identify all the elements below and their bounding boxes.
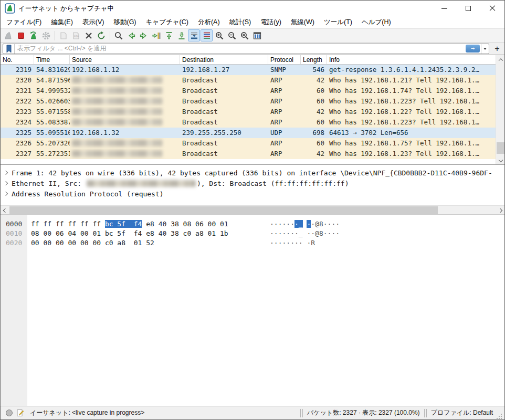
zoom-out-button[interactable] <box>226 29 238 41</box>
go-back-button[interactable] <box>125 29 137 41</box>
menu-file[interactable]: ファイル(F) <box>2 16 46 28</box>
profile-text[interactable]: プロファイル: Default <box>431 408 493 417</box>
packet-list-header: No. Time Source Destination Protocol Len… <box>1 55 496 65</box>
cell-info: Who has 192.168.1.21? Tell 192.168.1.… <box>327 75 496 86</box>
go-first-packet-button[interactable] <box>163 29 175 41</box>
menu-tools[interactable]: ツール(T) <box>319 16 357 28</box>
cell-destination: Broadcast <box>180 86 268 96</box>
statusbar-separator <box>300 409 303 417</box>
go-to-icon <box>151 30 162 41</box>
close-button[interactable] <box>480 1 504 16</box>
maximize-button[interactable] <box>456 1 480 16</box>
save-file-button[interactable]: 010 <box>70 29 82 41</box>
packet-row[interactable]: 232655.207320BroadcastARP60Who has 192.1… <box>1 138 496 149</box>
stop-capture-button[interactable] <box>15 29 27 41</box>
main-toolbar: 010 <box>1 28 504 43</box>
expander-icon[interactable] <box>4 171 8 175</box>
scroll-down-button[interactable] <box>496 155 504 164</box>
filter-placeholder: 表示フィルタ ... <Ctrl-/> を適用 <box>15 44 466 53</box>
column-header-destination[interactable]: Destination <box>180 55 268 64</box>
hex-row[interactable]: 0020 00 00 00 00 00 00 c0 a8 01 52 ·····… <box>1 238 504 248</box>
filter-apply-button[interactable]: → <box>466 45 480 52</box>
filter-add-button[interactable]: + <box>492 44 502 54</box>
column-header-time[interactable]: Time <box>34 55 70 64</box>
capture-options-button[interactable] <box>40 29 52 41</box>
hex-ascii: ········ ·R <box>270 238 315 248</box>
packet-row[interactable]: 232255.026603BroadcastARP60Who has 192.1… <box>1 96 496 107</box>
expander-icon[interactable] <box>4 192 8 196</box>
zoom-original-button[interactable] <box>238 29 250 41</box>
packet-row[interactable]: 232054.871596BroadcastARP42Who has 192.1… <box>1 75 496 86</box>
scrollbar-thumb[interactable] <box>497 142 504 154</box>
minimize-icon <box>441 8 447 9</box>
packet-row[interactable]: 232154.999532BroadcastARP60Who has 192.1… <box>1 86 496 96</box>
expander-icon[interactable] <box>4 181 8 185</box>
cell-time: 55.071558 <box>34 107 70 117</box>
detail-frame-row[interactable]: Frame 1: 42 bytes on wire (336 bits), 42… <box>1 167 504 178</box>
open-file-button[interactable] <box>57 29 69 41</box>
resize-columns-button[interactable] <box>251 29 263 41</box>
reload-file-button[interactable] <box>95 29 107 41</box>
menu-view[interactable]: 表示(V) <box>78 16 109 28</box>
expert-info-icon[interactable] <box>6 410 13 416</box>
capture-comment-icon[interactable] <box>16 408 25 417</box>
menu-wireless[interactable]: 無線(W) <box>286 16 319 28</box>
cell-length: 546 <box>301 65 327 75</box>
auto-scroll-button[interactable] <box>188 29 200 41</box>
cell-time: 54.831629 <box>34 65 70 75</box>
column-header-no[interactable]: No. <box>1 55 34 64</box>
hex-row[interactable]: 0000 ff ff ff ff ff ff bc 5f f4 e8 40 38… <box>1 219 504 229</box>
cell-length: 42 <box>301 107 327 117</box>
scrollbar-thumb[interactable] <box>9 206 438 214</box>
hex-row[interactable]: 0010 08 00 06 04 00 01 bc 5f f4 e8 40 38… <box>1 229 504 238</box>
find-packet-button[interactable] <box>112 29 124 41</box>
display-filter-input[interactable]: 表示フィルタ ... <Ctrl-/> を適用 → <box>3 44 489 54</box>
colorize-button[interactable] <box>201 29 213 41</box>
menu-statistics[interactable]: 統計(S) <box>225 16 256 28</box>
cell-info: Who has 192.168.1.75? Tell 192.168.1.… <box>327 138 496 149</box>
cell-source: 192.168.1.32 <box>70 128 180 138</box>
column-header-protocol[interactable]: Protocol <box>268 55 301 64</box>
cell-destination: 192.168.1.27 <box>180 65 268 75</box>
scroll-left-button[interactable] <box>1 206 9 215</box>
detail-ethernet-row[interactable]: Ethernet II, Src: ), Dst: Broadcast (ff:… <box>1 178 504 188</box>
go-forward-button[interactable] <box>138 29 150 41</box>
packet-row[interactable]: 232455.083387BroadcastARP60Who has 192.1… <box>1 117 496 128</box>
filter-dropdown-button[interactable] <box>481 44 489 54</box>
bookmark-icon <box>5 45 13 53</box>
arrow-left-icon <box>126 30 136 41</box>
close-file-button[interactable] <box>82 29 94 41</box>
filter-bookmark-button[interactable] <box>3 44 15 54</box>
resize-grip[interactable] <box>496 413 502 419</box>
column-header-info[interactable]: Info <box>327 55 496 64</box>
restart-capture-button[interactable] <box>27 29 39 41</box>
packet-row[interactable]: 232355.071558BroadcastARP42Who has 192.1… <box>1 107 496 117</box>
scroll-right-button[interactable] <box>496 206 504 215</box>
packet-row[interactable]: 231954.831629192.168.1.12192.168.1.27SNM… <box>1 65 496 75</box>
minimize-button[interactable] <box>432 1 456 16</box>
menu-analyze[interactable]: 分析(A) <box>193 16 225 28</box>
go-last-packet-button[interactable] <box>175 29 187 41</box>
hex-ascii: ·······_ ··@8···· <box>270 229 340 238</box>
packet-row[interactable]: 232555.095510192.168.1.32239.255.255.250… <box>1 128 496 138</box>
go-to-packet-button[interactable] <box>150 29 162 41</box>
menu-telephony[interactable]: 電話(y) <box>256 16 286 28</box>
packet-row[interactable]: 232755.272351BroadcastARP42Who has 192.1… <box>1 149 496 159</box>
menu-edit[interactable]: 編集(E) <box>46 16 78 28</box>
menu-go[interactable]: 移動(G) <box>109 16 141 28</box>
packet-details-pane: Frame 1: 42 bytes on wire (336 bits), 42… <box>1 164 504 205</box>
menu-capture[interactable]: キャプチャ(C) <box>141 16 193 28</box>
start-capture-button[interactable] <box>2 29 14 41</box>
detail-arp-row[interactable]: Address Resolution Protocol (request) <box>1 188 504 199</box>
open-file-icon <box>58 30 69 41</box>
packet-list-vertical-scrollbar[interactable] <box>496 55 504 164</box>
blurred-mac-address <box>87 180 196 187</box>
column-header-length[interactable]: Length <box>301 55 327 64</box>
cell-info: 64613 → 3702 Len=656 <box>327 128 496 138</box>
menu-help[interactable]: ヘルプ(H) <box>357 16 396 28</box>
zoom-in-button[interactable] <box>213 29 225 41</box>
details-horizontal-scrollbar[interactable] <box>1 205 504 214</box>
column-header-source[interactable]: Source <box>70 55 180 64</box>
scroll-up-button[interactable] <box>496 55 504 64</box>
cell-source <box>70 86 180 96</box>
